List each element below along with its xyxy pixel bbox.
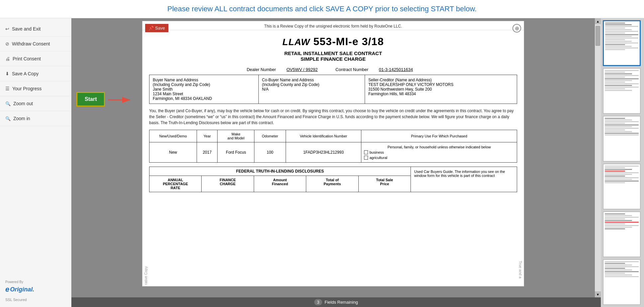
sidebar-item-your-progress[interactable]: ☰ Your Progress: [0, 81, 71, 96]
seller-city: Farmington Hills, MI 48334: [368, 92, 513, 96]
seller-name: TEST DEALERSHIP ONLY VICTORY MOTORS: [368, 82, 513, 87]
business-label: business: [369, 150, 384, 154]
doc-contract-subtitle: SIMPLE FINANCE CHARGE: [149, 56, 517, 62]
sidebar-label-save-copy: Save A Copy: [12, 71, 39, 76]
truth-lending-section: FEDERAL TRUTH-IN-LENDING DISCLOSURES ANN…: [149, 167, 517, 192]
sidebar-label-save-exit: Save and Exit: [12, 26, 41, 32]
sidebar-footer: Powered By e Original. SSL Secured: [0, 275, 71, 307]
sidebar-label-zoom-in: Zoom in: [13, 116, 30, 121]
sidebar-item-zoom-out[interactable]: 🔍 Zoom out: [0, 96, 71, 111]
eoriginal-text: Original.: [10, 286, 34, 293]
contract-label: Contract Number: [335, 67, 368, 72]
start-button[interactable]: Start: [77, 93, 104, 106]
col-amount-financed: AmountFinanced: [254, 176, 306, 192]
save-exit-icon: ↩: [5, 26, 9, 32]
sidebar-label-your-progress: Your Progress: [12, 86, 42, 91]
truth-main: FEDERAL TRUTH-IN-LENDING DISCLOSURES ANN…: [149, 167, 411, 192]
sidebar-item-zoom-in[interactable]: 🔍 Zoom in: [0, 111, 71, 126]
save-pin-icon: 📌: [148, 26, 154, 31]
save-document-button[interactable]: 📌 Save: [145, 24, 168, 32]
agricultural-checkbox[interactable]: [364, 156, 368, 160]
document-viewer: 📌 Save ⊕ This is a Review Copy of the un…: [71, 18, 601, 307]
col-total-payments: Total ofPayments: [306, 176, 358, 192]
arrow-indicator: [106, 94, 133, 109]
buyer-cell: Buyer Name and Address(Including County …: [149, 75, 259, 104]
buyer-label: Buyer Name and Address(Including County …: [153, 78, 255, 87]
truth-header: FEDERAL TRUTH-IN-LENDING DISCLOSURES: [149, 167, 411, 176]
content-area: 📌 Save ⊕ This is a Review Copy of the un…: [71, 18, 644, 307]
expand-icon[interactable]: ⊕: [512, 24, 521, 33]
thumbnail-3[interactable]: [603, 116, 641, 162]
col-use: Primary Use For Which Purchased: [361, 130, 517, 142]
truth-cols: ANNUALPERCENTAGERATE FINANCECHARGE Amoun…: [149, 176, 411, 192]
vehicle-use: Personal, family, or household unless ot…: [361, 142, 517, 163]
sidebar-label-zoom-out: Zoom out: [13, 101, 33, 106]
your-progress-icon: ☰: [5, 86, 10, 91]
buyer-address: 1234 Main Street: [153, 92, 255, 96]
co-buyer-label: Co-Buyer Name and Address(Including Coun…: [262, 78, 361, 87]
scroll-up[interactable]: ▲: [595, 18, 601, 24]
thumbnail-6[interactable]: [603, 259, 641, 305]
fields-remaining-bar: 3 Fields Remaining: [71, 297, 601, 307]
ssl-secured-label: SSL Secured: [5, 298, 66, 302]
used-car-text: Used Car Buyers Guide. The information y…: [414, 170, 505, 178]
sidebar-item-save-exit[interactable]: ↩ Save and Exit: [0, 22, 71, 37]
doc-contract-title: RETAIL INSTALLMENT SALE CONTRACT: [149, 50, 517, 56]
use-description: Personal, family, or household unless ot…: [364, 145, 514, 149]
col-total-sale-price: Total SalePrice: [359, 176, 411, 192]
sidebar-item-save-copy[interactable]: ⬇ Save A Copy: [0, 66, 71, 81]
dealer-contract-row: Dealer Number OV5WV / 99292 Contract Num…: [142, 64, 524, 75]
powered-by-label: Powered By: [5, 280, 66, 284]
contract-body-text: You, the Buyer (and Co-Buyer, if any), m…: [142, 104, 524, 130]
llaw-brand: LLAW: [282, 37, 310, 47]
thumbnail-1[interactable]: [603, 20, 641, 66]
vehicle-year: 2017: [197, 142, 218, 163]
col-year: Year: [197, 130, 218, 142]
doc-header-info: This is a Review Copy of the unsigned el…: [142, 21, 524, 30]
agricultural-option[interactable]: agricultural: [364, 156, 514, 160]
left-watermark: rative Copy: [142, 253, 149, 286]
sidebar-item-print-consent[interactable]: 🖨 Print Consent: [0, 51, 71, 66]
banner-text: Please review ALL contract documents and…: [167, 5, 477, 13]
sidebar-item-withdraw-consent[interactable]: ⊘ Withdraw Consent: [0, 37, 71, 51]
vehicle-use-options: Personal, family, or household unless ot…: [364, 145, 514, 160]
top-banner: Please review ALL contract documents and…: [0, 0, 644, 18]
co-buyer-cell: Co-Buyer Name and Address(Including Coun…: [258, 75, 365, 104]
save-copy-icon: ⬇: [5, 71, 9, 76]
doc-form-number: LLAW 553-MI-e 3/18: [149, 36, 517, 48]
col-type: New/Used/Demo: [149, 130, 197, 142]
buyer-name: Jane Smith: [153, 87, 255, 92]
vehicle-odometer: 100: [254, 142, 286, 163]
right-watermark: True and a: [517, 260, 524, 286]
print-consent-icon: 🖨: [5, 56, 10, 61]
dealer-number: OV5WV / 99292: [280, 67, 324, 72]
buyer-city: Farmington, MI 48334 OAKLAND: [153, 96, 255, 101]
scroll-down[interactable]: ▼: [595, 291, 601, 297]
eoriginal-logo: e Original.: [5, 285, 66, 294]
document-scroll[interactable]: 📌 Save ⊕ This is a Review Copy of the un…: [71, 18, 595, 297]
withdraw-consent-icon: ⊘: [5, 41, 9, 46]
seller-cell: Seller-Creditor (Name and Address) TEST …: [365, 75, 517, 104]
scroll-thumb[interactable]: [596, 26, 600, 46]
scroll-track[interactable]: [595, 24, 601, 291]
scrollbar[interactable]: ▲ ▼: [595, 18, 601, 297]
vehicle-make-model: Ford Focus: [218, 142, 254, 163]
buyer-table: Buyer Name and Address(Including County …: [149, 75, 517, 104]
col-apr: ANNUALPERCENTAGERATE: [149, 176, 202, 192]
used-car-box: Used Car Buyers Guide. The information y…: [411, 167, 517, 192]
sidebar-label-print-consent: Print Consent: [13, 56, 41, 61]
business-checkbox[interactable]: [364, 150, 368, 154]
document-paper: 📌 Save ⊕ This is a Review Copy of the un…: [142, 21, 524, 286]
seller-label: Seller-Creditor (Name and Address): [368, 78, 513, 82]
vehicle-vin: 1FADP3H23HL212993: [286, 142, 361, 163]
col-vin: Vehicle Identification Number: [286, 130, 361, 142]
doc-title-area: LLAW 553-MI-e 3/18 RETAIL INSTALLMENT SA…: [142, 30, 524, 64]
thumbnail-5[interactable]: [603, 211, 641, 257]
business-option[interactable]: business: [364, 150, 514, 154]
thumbnail-4[interactable]: [603, 164, 641, 209]
thumbnail-2[interactable]: [603, 68, 641, 114]
zoom-out-icon: 🔍: [5, 101, 11, 106]
sidebar-label-withdraw-consent: Withdraw Consent: [12, 41, 50, 46]
vehicle-table: New/Used/Demo Year Makeand Model Odomete…: [149, 130, 517, 163]
agricultural-label: agricultural: [369, 156, 387, 160]
